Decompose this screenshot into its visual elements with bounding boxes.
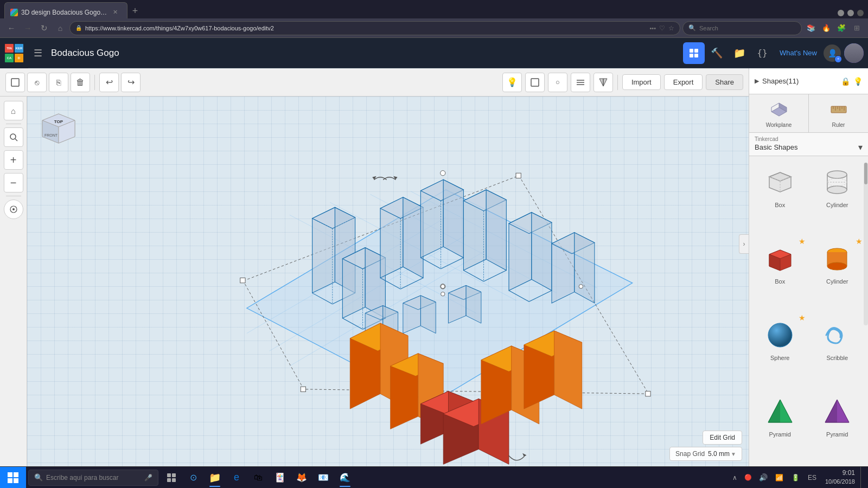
shape-pyramid-green[interactable]: Pyramid [751, 388, 809, 464]
home-button[interactable]: ⌂ [53, 21, 67, 35]
copy-button[interactable]: ⎘ [49, 73, 68, 92]
svg-rect-33 [240, 278, 245, 282]
ungroup-button[interactable]: ⎋ [27, 73, 47, 92]
snap-grid-value[interactable]: 5.0 mm ▼ [708, 450, 736, 458]
folder-button[interactable]: 📁 [729, 42, 750, 64]
svg-marker-110 [372, 176, 376, 180]
taskbar-show-desktop[interactable] [860, 467, 865, 489]
taskbar-app-explorer[interactable]: 📁 [204, 467, 226, 489]
grid-view-button[interactable] [683, 42, 705, 64]
taskbar-app-mail[interactable]: 📧 [312, 467, 334, 489]
taskbar-app-store[interactable]: 🛍 [247, 467, 269, 489]
user-account-button[interactable]: 👤 + [824, 44, 841, 62]
taskbar-battery[interactable]: 🔋 [788, 470, 803, 485]
minimize-button[interactable] [838, 10, 844, 16]
browser-search-box[interactable]: 🔍 [682, 21, 802, 35]
more-options-icon[interactable]: ••• [649, 25, 656, 31]
apps-icon[interactable]: ⊞ [850, 21, 864, 35]
shape-pyramid-purple[interactable]: Pyramid [809, 388, 866, 464]
forward-button[interactable]: → [21, 21, 35, 35]
new-shape-button[interactable] [5, 73, 25, 92]
view-mode-button[interactable] [525, 73, 545, 92]
refresh-button[interactable]: ↻ [37, 21, 51, 35]
zoom-out-button[interactable]: − [4, 173, 23, 192]
toolbar-sep2 [6, 196, 21, 196]
taskbar-app-firefox[interactable]: 🦊 [291, 467, 312, 489]
taskbar-clock[interactable]: 9:01 10/06/2018 [821, 468, 859, 486]
new-tab-button[interactable]: + [127, 3, 143, 18]
share-button[interactable]: Share [706, 74, 743, 90]
delete-button[interactable]: 🗑 [71, 73, 90, 92]
shape-solid-box[interactable]: ★ Box [751, 235, 809, 311]
svg-rect-5 [531, 79, 539, 86]
workplane-button[interactable]: Workplane [749, 94, 809, 132]
extension-icon[interactable]: 🧩 [834, 21, 848, 35]
view-cube[interactable]: TOP FRONT [35, 104, 82, 152]
pyramid-green-icon [761, 392, 800, 431]
user-avatar[interactable] [844, 43, 864, 63]
viewport[interactable]: TOP FRONT [27, 97, 749, 466]
export-button[interactable]: Export [664, 74, 703, 90]
close-button[interactable] [857, 10, 864, 16]
whats-new-link[interactable]: What's New [774, 49, 822, 57]
address-url: https://www.tinkercad.com/things/4Zw7xy0… [85, 25, 646, 31]
taskbar-app-browser[interactable]: 🌊 [334, 467, 356, 489]
code-button[interactable]: {} [751, 42, 773, 64]
taskbar-app-task-view[interactable] [161, 467, 182, 489]
taskbar-app-solitaire[interactable]: 🃏 [269, 467, 291, 489]
taskbar-language[interactable]: ES [805, 470, 820, 485]
taskbar-notifications[interactable]: 🔴 [742, 471, 755, 484]
undo-button[interactable]: ↩ [99, 73, 119, 92]
back-button[interactable]: ← [4, 21, 18, 35]
svg-marker-61 [443, 179, 463, 258]
taskbar-app-cortana[interactable]: ⊙ [182, 467, 204, 489]
taskbar-search[interactable]: 🔍 Escribe aquí para buscar 🎤 [28, 470, 158, 486]
svg-point-139 [827, 262, 847, 270]
shape-wireframe-cylinder[interactable]: Cylinder [809, 158, 866, 235]
library-icon[interactable]: 📚 [804, 21, 818, 35]
library-dropdown-icon[interactable]: ▾ [858, 142, 863, 152]
menu-button[interactable]: ☰ [28, 47, 48, 59]
taskbar-sys-tray[interactable]: ∧ [729, 474, 741, 481]
bookmark-icon[interactable]: ♡ [659, 24, 665, 32]
flame-icon[interactable]: 🔥 [819, 21, 833, 35]
shape-sphere[interactable]: ★ Sphere [751, 311, 809, 388]
ruler-button[interactable]: Ruler [809, 94, 868, 132]
scribble-icon [818, 316, 857, 355]
maximize-button[interactable] [847, 10, 854, 16]
home-view-button[interactable]: ⌂ [4, 101, 23, 120]
orientation-button[interactable] [4, 200, 23, 219]
shape-scribble[interactable]: Scribble [809, 311, 866, 388]
import-button[interactable]: Import [622, 74, 661, 90]
lock-icon[interactable]: 🔒 [841, 77, 850, 86]
toolbar-separator-2 [617, 75, 618, 90]
snap-button[interactable]: ○ [548, 73, 567, 92]
browser-tab[interactable]: 3D design Bodacious Gogo | Ti... ✕ [4, 2, 127, 18]
tab-close-icon[interactable]: ✕ [111, 8, 119, 17]
zoom-fit-button[interactable] [4, 127, 23, 147]
taskbar-sound[interactable]: 🔊 [756, 470, 771, 485]
zoom-in-button[interactable]: + [4, 150, 23, 170]
right-panel-scrollbar[interactable] [864, 163, 868, 325]
star-icon[interactable]: ☆ [668, 24, 674, 32]
shapes-expand-icon[interactable]: ▶ [755, 78, 759, 85]
shape-wireframe-box[interactable]: Box [751, 158, 809, 235]
edit-grid-button[interactable]: Edit Grid [703, 431, 742, 445]
align-button[interactable] [571, 73, 590, 92]
search-input[interactable] [699, 25, 775, 31]
address-bar[interactable]: 🔒 https://www.tinkercad.com/things/4Zw7x… [69, 21, 680, 35]
project-name[interactable]: Bodacious Gogo [48, 48, 123, 59]
visibility-icon[interactable]: 💡 [853, 77, 863, 86]
taskbar-network[interactable]: 📶 [772, 470, 787, 485]
tinkercad-logo[interactable]: TIN KER CA D [0, 38, 28, 68]
shape-solid-cylinder[interactable]: ★ Cylinder [809, 235, 866, 311]
light-toggle[interactable]: 💡 [502, 73, 522, 92]
taskbar-app-edge[interactable]: e [226, 467, 247, 489]
redo-button[interactable]: ↪ [121, 73, 141, 92]
svg-rect-153 [167, 473, 171, 477]
taskbar-mic-icon: 🎤 [144, 474, 152, 481]
browser-titlebar: 3D design Bodacious Gogo | Ti... ✕ + [0, 0, 868, 18]
hammer-button[interactable]: 🔨 [706, 42, 727, 64]
start-button[interactable] [0, 467, 26, 489]
mirror-button[interactable] [593, 73, 613, 92]
